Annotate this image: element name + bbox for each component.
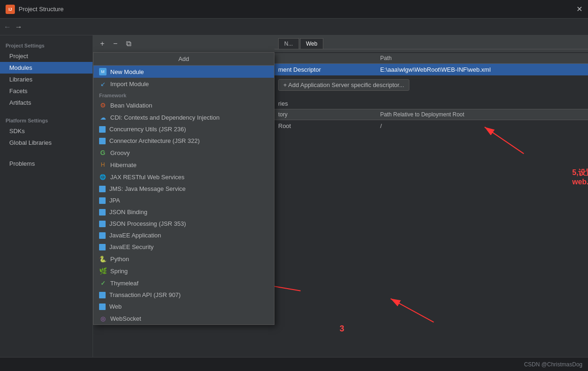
path-section: Path ment Descriptor E:\aaa\wlgw\WebRoot… [274,53,588,75]
jpa-icon [99,197,106,204]
dropdown-item-websocket[interactable]: ◎ WebSocket [94,312,274,324]
dropdown-item-connector[interactable]: Connector Architecture (JSR 322) [94,135,274,147]
web-icon [99,304,106,310]
add-descriptor-button[interactable]: + Add Application Server specific descri… [278,79,409,91]
sidebar-item-problems[interactable]: Problems [0,158,93,169]
forward-arrow[interactable]: → [15,23,22,31]
sidebar-item-sdks[interactable]: SDKs [0,125,93,137]
sidebar: Project Settings Project Modules Librari… [0,35,93,357]
dropdown-item-jms[interactable]: JMS: Java Message Service [94,183,274,195]
dropdown-item-json-binding[interactable]: JSON Binding [94,206,274,218]
remove-button[interactable]: − [110,38,121,49]
title-bar: IJ Project Structure ✕ [0,0,588,19]
json-processing-icon [99,221,106,227]
platform-settings-label: Platform Settings [0,114,93,125]
sidebar-item-modules[interactable]: Modules [0,62,93,74]
close-button[interactable]: ✕ [576,5,582,13]
add-descriptor-row: + Add Application Server specific descri… [274,75,588,94]
python-icon: 🐍 [99,255,107,263]
path-row-col2: E:\aaa\wlgw\WebRoot\WEB-INF\web.xml [380,66,584,73]
app-icon: IJ [6,5,15,14]
path-table-header: Path [274,53,588,64]
status-bar: CSDN @ChristmasDog [0,357,588,371]
javaee-app-icon [99,232,106,239]
jax-icon: 🌐 [99,173,107,181]
path-row-col1: ment Descriptor [278,66,380,73]
dropdown-item-import-module[interactable]: ↙ Import Module [94,78,274,90]
thymeleaf-icon: ✓ [99,279,107,287]
sidebar-item-project[interactable]: Project [0,50,93,62]
dropdown-item-cdi[interactable]: ☁ CDI: Contexts and Dependency Injection [94,111,274,123]
web-roots-section: ries tory Path Relative to Deployment Ro… [274,98,588,132]
jms-icon [99,186,106,192]
right-panel: N... Web Path ment Descriptor E:\aaa\wlg… [274,35,588,357]
web-roots-row-col1: Root [278,122,380,129]
dropdown-item-json-processing[interactable]: JSON Processing (JSR 353) [94,218,274,229]
groovy-icon: G [99,149,107,156]
dropdown-item-concurrency[interactable]: Concurrency Utils (JSR 236) [94,123,274,135]
dropdown-menu: Add M New Module ↙ Import Module Framewo… [93,52,274,325]
credit-text: CSDN @ChristmasDog [524,361,582,368]
tab-n[interactable]: N... [278,38,299,49]
content-area: + − ⧉ Add M New Module ↙ Import Module F… [93,35,588,357]
web-roots-header: tory Path Relative to Deployment Root [274,109,588,120]
web-roots-label: ries [274,98,588,109]
sidebar-item-artifacts[interactable]: Artifacts [0,97,93,108]
dropdown-header: Add [94,53,274,66]
dropdown-item-bean-validation[interactable]: ⚙ Bean Validation [94,99,274,111]
dropdown-item-spring[interactable]: 🌿 Spring [94,265,274,277]
sidebar-item-global-libraries[interactable]: Global Libraries [0,137,93,148]
path-table-row-1[interactable]: ment Descriptor E:\aaa\wlgw\WebRoot\WEB-… [274,64,588,75]
project-settings-label: Project Settings [0,39,93,50]
web-roots-row-1[interactable]: Root / [274,120,588,132]
connector-icon [99,138,106,144]
sidebar-item-libraries[interactable]: Libraries [0,74,93,85]
import-icon: ↙ [99,80,107,88]
nav-bar: ← → [0,19,588,35]
dropdown-item-hibernate[interactable]: H Hibernate [94,159,274,171]
dropdown-item-transaction[interactable]: Transaction API (JSR 907) [94,289,274,301]
dropdown-item-groovy[interactable]: G Groovy [94,147,274,159]
dropdown-item-javaee-app[interactable]: JavaEE Application [94,229,274,241]
sidebar-item-facets[interactable]: Facets [0,85,93,97]
web-roots-col1: tory [278,111,380,118]
copy-button[interactable]: ⧉ [123,38,134,49]
framework-label: Framework [94,90,274,99]
hibernate-icon: H [99,161,107,169]
back-arrow[interactable]: ← [4,23,11,31]
web-roots-row-col2: / [380,122,584,129]
spring-icon: 🌿 [99,267,107,275]
main-layout: Project Settings Project Modules Librari… [0,35,588,357]
module-icon: M [99,68,107,75]
dropdown-item-javaee-security[interactable]: JavaEE Security [94,241,274,253]
dropdown-item-new-module[interactable]: M New Module [94,66,274,78]
concurrency-icon [99,126,106,133]
cdi-icon: ☁ [99,114,107,121]
javaee-security-icon [99,244,106,250]
header-path: Path [380,55,584,61]
header-col1 [278,55,380,61]
dropdown-item-jpa[interactable]: JPA [94,195,274,206]
tabs-row: N... Web [274,35,588,49]
import-module-label: Import Module [110,81,149,88]
tab-web[interactable]: Web [300,38,323,49]
transaction-icon [99,292,106,298]
window-title: Project Structure [19,6,64,13]
dropdown-item-python[interactable]: 🐍 Python [94,253,274,265]
new-module-label: New Module [110,68,144,75]
add-button[interactable]: + [97,38,108,49]
web-roots-col2: Path Relative to Deployment Root [380,111,584,118]
dropdown-item-thymeleaf[interactable]: ✓ Thymeleaf [94,277,274,289]
dropdown-item-web[interactable]: Web [94,301,274,312]
websocket-icon: ◎ [99,315,107,322]
dropdown-item-jax[interactable]: 🌐 JAX RESTful Web Services [94,171,274,183]
json-binding-icon [99,209,106,216]
bean-icon: ⚙ [99,101,107,109]
